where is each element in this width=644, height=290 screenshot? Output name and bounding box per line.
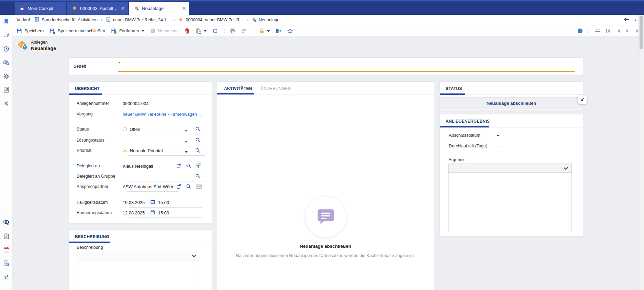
eye-star-icon[interactable] [2,218,10,226]
chevron-down-icon[interactable] [185,130,188,133]
chevron-right-icon: › [101,18,102,22]
status-open-icon [123,127,127,131]
betreff-card: Betreff * [69,57,583,75]
attachment-button[interactable] [242,28,247,34]
tab-neuanlage[interactable]: Neuanlage [129,2,189,15]
chevron-down-icon[interactable] [267,30,270,33]
search-icon[interactable] [186,163,191,168]
ergebnis-textarea[interactable] [448,173,572,232]
complete-creation-button[interactable]: Neuanlage abschließen [440,97,583,109]
favorite-button[interactable] [287,28,293,34]
save-and-close-button[interactable]: Speichern und schließen [49,28,105,34]
tab-aktivitaeten[interactable]: AKTIVITÄTEN [224,86,252,91]
close-icon[interactable] [121,7,124,10]
new-record-button[interactable]: Neuanlage [150,28,179,34]
check-doc-icon [106,17,111,23]
breadcrumb: Verlauf: Standardsuche für Aktivitäten ›… [12,15,644,25]
beschreibung-select[interactable] [77,251,200,260]
search-icon[interactable] [195,174,200,179]
anliegen-badge-icon [133,5,139,12]
list-view-button[interactable] [595,29,600,33]
chevron-down-icon[interactable] [204,30,207,33]
breadcrumb-item-vorgang[interactable]: neuer BMW 7er-Reihe, 24.1... [106,17,170,23]
aktivitaeten-panel: AKTIVITÄTEN ÄNDERUNGEN Neuanlage abschli… [217,81,434,290]
history-back-icon[interactable] [624,18,630,23]
search-notes-icon[interactable] [2,58,10,67]
tab-mein-cockpit[interactable]: Mein Cockpit [15,2,66,15]
info-icon [577,28,583,34]
print-button[interactable] [230,28,236,34]
chevron-down-icon[interactable] [185,141,188,144]
beschreibung-textarea[interactable] [77,260,200,290]
tab-aenderungen[interactable]: ÄNDERUNGEN [261,86,291,91]
history-icon[interactable] [2,45,10,53]
delete-button[interactable] [185,28,190,34]
save-button[interactable]: Speichern [16,28,44,34]
betreff-input[interactable] [123,60,573,69]
delegate-button[interactable] [276,28,281,34]
doc-search-icon[interactable] [2,259,10,267]
search-icon[interactable] [195,148,200,153]
continue-button[interactable]: Fortfahren [111,28,144,34]
field-abschlussdatum: Abschlussdatum – [449,133,499,138]
clipboard-edit-icon[interactable] [2,232,10,240]
vertical-scrollbar[interactable] [639,15,644,290]
info-button[interactable] [577,28,583,34]
date-value[interactable]: 12.08.2025 [123,210,147,215]
mail-icon[interactable] [196,185,202,189]
search-icon[interactable] [195,137,200,143]
betreff-label: Betreff [74,58,86,75]
save-icon [16,28,22,34]
copy-record-button[interactable] [196,28,207,34]
next-record-button[interactable] [626,29,630,33]
anliegen-icon [178,17,184,23]
open-record-icon[interactable] [176,184,181,189]
delegate-icon [276,28,281,34]
date-value[interactable]: 19.08.2025 [123,200,147,205]
collapse-panel-button[interactable] [578,95,587,104]
scrollbar-thumb[interactable] [640,16,643,49]
breadcrumb-item-neuanlage[interactable]: Neuanlage [251,17,279,23]
windows-icon[interactable] [2,31,10,39]
panel-heading: ÜBERSICHT [69,82,212,91]
close-icon[interactable] [182,7,186,10]
priority-value[interactable]: Normale Priorität [120,148,205,153]
field-prioritaet: Priorität Normale Priorität [77,146,205,155]
sync-icon[interactable] [2,273,10,281]
search-icon[interactable] [195,126,200,132]
chevron-down-icon[interactable] [185,151,188,154]
breadcrumb-item-standardsuche[interactable]: Standardsuche für Aktivitäten [34,17,98,23]
list-icon [595,29,600,33]
history-dropdown-icon[interactable] [634,20,636,22]
open-record-icon[interactable] [176,163,181,168]
previous-record-button[interactable] [616,29,620,33]
status-value[interactable]: Offen [120,127,205,132]
field-erinnerungsdatum: Erinnerungsdatum 12.08.2025 15:00 [77,208,205,217]
search-icon[interactable] [186,184,191,189]
vorgang-link[interactable]: neuer BMW 7er-Reihe - Firmenwagen ... [123,112,202,117]
report-doc-icon[interactable] [2,86,10,94]
gear-play-icon[interactable] [2,72,10,80]
chevron-down-icon[interactable] [142,30,144,33]
toolbar-divider [224,29,225,33]
ergebnis-select[interactable] [448,164,572,173]
datepicker-icon[interactable] [150,210,155,216]
field-value[interactable]: Klaus Nesbigall [120,164,205,169]
first-record-button[interactable] [606,29,611,33]
bookmark-icon[interactable] [2,17,10,25]
time-value[interactable]: 15:00 [158,200,169,205]
field-value[interactable]: ASW Autohaus Süd-Würte... [120,184,205,189]
tools-icon[interactable] [2,99,10,108]
refresh-button[interactable] [212,28,218,34]
tab-0000003-austellung[interactable]: 0000003, Austellung ... [67,2,128,15]
calendar-icon[interactable] [2,245,10,254]
permissions-button[interactable] [259,28,270,34]
phone-mail-icon[interactable] [196,163,201,168]
panel-rule [69,242,212,243]
toolbar: Speichern Speichern und schließen Fortfa… [12,25,644,37]
breadcrumb-item-anliegen[interactable]: 0000004, neuer BMW 7er-R... [178,17,243,23]
datepicker-icon[interactable] [150,199,155,205]
anliegen-badge-icon [251,17,257,23]
time-value[interactable]: 15:00 [158,210,169,215]
next-page-icon [626,29,630,33]
